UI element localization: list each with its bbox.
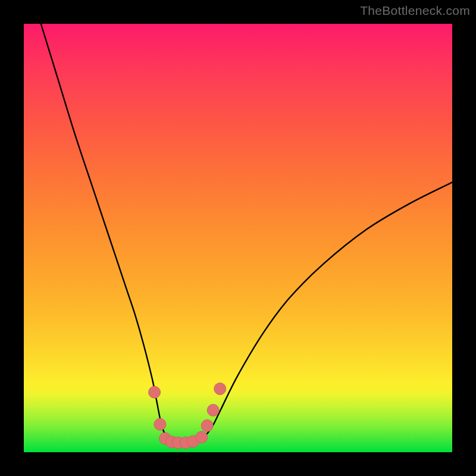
highlight-marker xyxy=(196,431,208,443)
highlight-marker xyxy=(201,419,213,431)
plot-area xyxy=(24,24,452,452)
highlight-marker xyxy=(214,383,226,394)
chart-frame: TheBottleneck.com xyxy=(0,0,476,476)
highlight-marker xyxy=(149,386,161,398)
highlight-marker xyxy=(207,404,219,416)
highlight-marker xyxy=(154,418,166,430)
chart-svg xyxy=(24,24,452,452)
bottleneck-curve xyxy=(41,24,452,444)
watermark-label: TheBottleneck.com xyxy=(360,4,470,18)
